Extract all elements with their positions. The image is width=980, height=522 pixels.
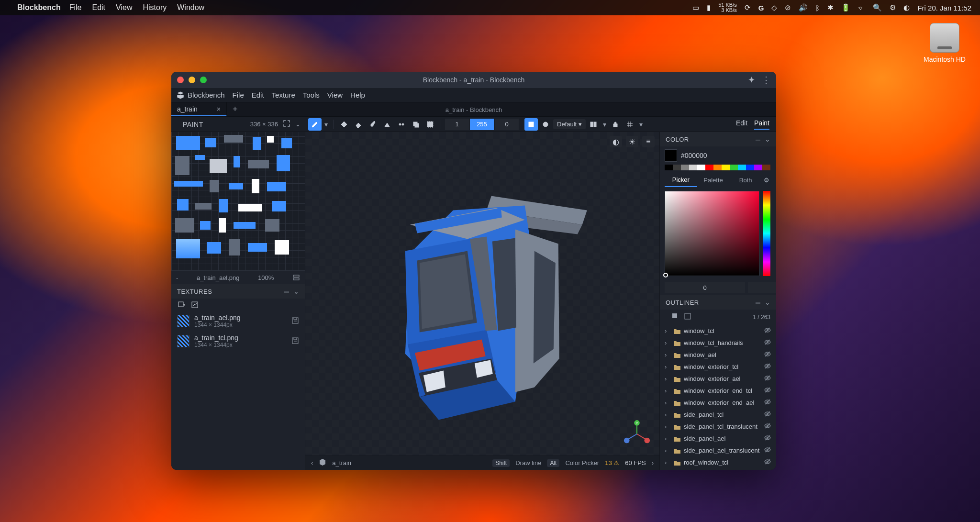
palette-swatch[interactable] [738, 165, 746, 170]
window-titlebar[interactable]: Blockbench - a_train - Blockbench ✦ ⋮ [171, 72, 776, 88]
textures-menu-icon[interactable]: ⌄ [293, 288, 300, 295]
outliner-row[interactable]: › roof_window_ael [660, 468, 776, 470]
color-collapse-icon[interactable]: ═ [756, 135, 760, 143]
network-speed-widget[interactable]: 51 KB/s 3 KB/s [718, 2, 737, 13]
viewport-menu-icon[interactable]: ≡ [642, 136, 655, 147]
visibility-toggle-icon[interactable] [764, 458, 771, 467]
appmenu-tools[interactable]: Tools [303, 91, 320, 99]
hex-value[interactable]: #000000 [681, 152, 707, 159]
palette-swatch[interactable] [762, 165, 770, 170]
appmenu-view[interactable]: View [327, 91, 343, 99]
brush-size-input[interactable] [445, 119, 469, 130]
import-texture-button[interactable] [190, 300, 199, 309]
more-vertical-icon[interactable]: ⋮ [762, 75, 770, 85]
uv-layout-icon[interactable] [292, 274, 300, 281]
fullscreen-icon[interactable] [283, 120, 290, 129]
viewport-settings-icon[interactable]: ◐ [610, 136, 622, 147]
menubar-clock[interactable]: Fri 20. Jan 11:52 [917, 4, 971, 12]
brush-dropdown-icon[interactable]: ▾ [323, 118, 329, 131]
palette-swatch[interactable] [713, 165, 722, 170]
orientation-gizmo[interactable]: Y [623, 420, 651, 448]
save-texture-icon[interactable] [291, 337, 299, 346]
cube-icon[interactable] [319, 458, 326, 467]
menubar-window[interactable]: Window [177, 3, 204, 12]
hue-slider[interactable] [763, 191, 770, 276]
palette-tab[interactable]: Palette [697, 174, 730, 187]
texture-item[interactable]: a_train_ael.png1344 × 1344px [171, 311, 305, 331]
chevron-right-icon[interactable]: › [665, 399, 670, 406]
menubar-app-name[interactable]: Blockbench [17, 3, 61, 12]
brush-tool-button[interactable] [308, 118, 322, 131]
menubar-wifi-icon[interactable]: ᯤ [858, 4, 865, 12]
palette-swatch[interactable] [746, 165, 754, 170]
close-tab-icon[interactable]: × [217, 105, 221, 113]
mode-paint-button[interactable]: Paint [754, 119, 769, 130]
fill-tool-button[interactable] [337, 118, 351, 131]
grid-dropdown-icon[interactable]: ▾ [637, 118, 644, 131]
blockbench-logo[interactable]: Blockbench [176, 91, 225, 100]
brush-softness-input[interactable] [495, 119, 519, 130]
appmenu-help[interactable]: Help [350, 91, 365, 99]
chevron-right-icon[interactable]: › [665, 459, 670, 466]
visibility-toggle-icon[interactable] [764, 362, 771, 371]
outliner-panel-header[interactable]: OUTLINER ═⌄ [660, 295, 776, 310]
tab-a-train[interactable]: a_train × [171, 102, 227, 116]
palette-swatch[interactable] [681, 165, 689, 170]
uv-editor[interactable] [171, 132, 305, 271]
chevron-right-icon[interactable]: › [665, 435, 670, 442]
outliner-row[interactable]: › window_exterior_ael [660, 373, 776, 385]
menubar-g-icon[interactable]: G [758, 4, 764, 12]
menubar-user-icon[interactable]: ◐ [903, 3, 910, 12]
mirror-tool-button[interactable] [587, 118, 600, 131]
color-settings-icon[interactable]: ⚙ [762, 177, 771, 184]
status-next-icon[interactable]: › [652, 459, 654, 466]
square-brush-button[interactable] [524, 118, 538, 131]
palette-swatch[interactable] [730, 165, 738, 170]
new-tab-button[interactable]: + [227, 104, 244, 114]
color-menu-icon[interactable]: ⌄ [765, 135, 771, 143]
panel-options-icon[interactable]: ⌄ [295, 121, 301, 128]
shape-tool-button[interactable] [380, 118, 394, 131]
visibility-toggle-icon[interactable] [764, 350, 771, 359]
visibility-toggle-icon[interactable] [764, 434, 771, 443]
3d-viewport[interactable]: ◐ ☀ ≡ Y ‹ a_train Shift Draw line Al [305, 132, 659, 470]
extension-icon[interactable]: ✦ [748, 75, 755, 85]
menubar-battery2-icon[interactable]: 🔋 [841, 3, 850, 12]
palette-swatch[interactable] [722, 165, 730, 170]
textures-collapse-icon[interactable]: ═ [284, 288, 289, 295]
palette-swatch[interactable] [697, 165, 705, 170]
brush-opacity-input[interactable] [470, 119, 494, 130]
add-texture-button[interactable] [177, 300, 186, 309]
outliner-row[interactable]: › window_exterior_end_tcl [660, 385, 776, 397]
chevron-right-icon[interactable]: › [665, 339, 670, 346]
chevron-right-icon[interactable]: › [665, 411, 670, 418]
visibility-toggle-icon[interactable] [764, 386, 771, 395]
chevron-right-icon[interactable]: › [665, 423, 670, 430]
visibility-toggle-icon[interactable] [764, 446, 771, 455]
outliner-row[interactable]: › side_panel_ael_translucent [660, 444, 776, 456]
menubar-view[interactable]: View [116, 3, 132, 12]
menubar-battery-icon[interactable]: ▮ [707, 3, 711, 12]
copy-tool-button[interactable] [409, 118, 423, 131]
grid-tool-button[interactable] [623, 118, 636, 131]
palette-swatch[interactable] [673, 165, 681, 170]
menubar-control-center-icon[interactable]: ⚙ [890, 3, 896, 12]
color-picker-tool-button[interactable] [366, 118, 379, 131]
outliner-menu-icon[interactable]: ⌄ [765, 299, 771, 306]
add-cube-button[interactable] [671, 312, 679, 320]
chevron-right-icon[interactable]: › [665, 387, 670, 394]
circle-brush-button[interactable] [539, 118, 552, 131]
menubar-cloud-icon[interactable]: ⟳ [745, 3, 751, 12]
outliner-row[interactable]: › window_exterior_tcl [660, 361, 776, 373]
menubar-diamond-icon[interactable]: ◇ [771, 3, 777, 12]
eraser-tool-button[interactable] [352, 118, 365, 131]
menubar-widget-icon[interactable]: ▭ [692, 3, 699, 12]
saturation-value-field[interactable] [665, 191, 759, 276]
visibility-toggle-icon[interactable] [764, 422, 771, 431]
menubar-bluetooth-icon[interactable]: ᛒ [815, 4, 820, 12]
maximize-window-button[interactable] [200, 77, 207, 83]
menubar-file[interactable]: File [69, 3, 82, 12]
menubar-volume-icon[interactable]: 🔊 [799, 3, 808, 12]
close-window-button[interactable] [177, 77, 184, 83]
menubar-history[interactable]: History [143, 3, 167, 12]
